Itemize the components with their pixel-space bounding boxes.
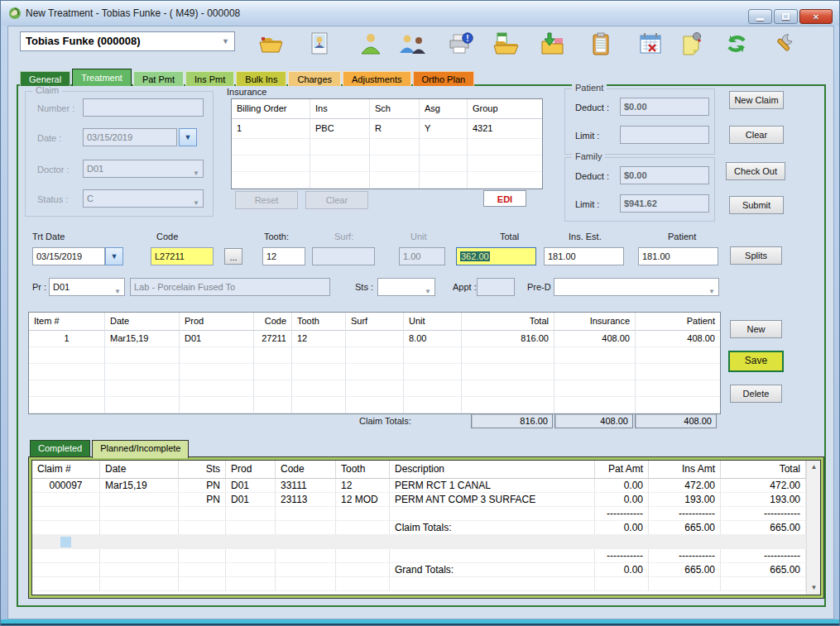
- cell: [462, 380, 554, 397]
- cell: [595, 577, 649, 591]
- tab-adjustments[interactable]: Adjustments: [343, 71, 411, 86]
- tooth-field[interactable]: 12: [262, 247, 305, 265]
- submit-button[interactable]: Submit: [729, 196, 784, 214]
- cell: 0.00: [595, 493, 649, 507]
- splits-button[interactable]: Splits: [730, 246, 782, 265]
- close-button[interactable]: ✕: [799, 9, 833, 24]
- sts-select[interactable]: ▼: [377, 278, 435, 296]
- scroll-up-icon[interactable]: ▲: [807, 461, 821, 474]
- tab-charges[interactable]: Charges: [288, 71, 341, 86]
- table-row[interactable]: ---------------------------------: [32, 507, 806, 521]
- cell: [721, 577, 806, 591]
- header-cell: Code: [276, 461, 336, 479]
- table-row[interactable]: [29, 364, 720, 380]
- claim-doctor-select: D01▼: [83, 160, 204, 178]
- table-row[interactable]: [232, 139, 542, 155]
- cell: [370, 172, 420, 189]
- table-row[interactable]: [32, 577, 806, 591]
- history-scrollbar[interactable]: ▲ ▼: [806, 461, 820, 595]
- cell: 0.00: [595, 479, 649, 493]
- claim-totals-label: Claim Totals:: [359, 416, 411, 426]
- tools-icon[interactable]: [768, 31, 799, 58]
- total-field[interactable]: 362.00: [456, 247, 536, 265]
- tab-planned-incomplete[interactable]: Planned/Incomplete: [92, 440, 189, 458]
- cell: [554, 347, 636, 364]
- window-title: New Treatment - Tobias Funke - ( M49) - …: [26, 7, 240, 19]
- save-button[interactable]: Save: [728, 351, 784, 372]
- family-icon[interactable]: [397, 31, 429, 58]
- cell: [276, 521, 336, 535]
- new-button[interactable]: New: [730, 320, 782, 338]
- table-row[interactable]: [232, 172, 542, 189]
- patient-photo-icon[interactable]: [305, 31, 336, 58]
- trt-date-dropdown-button[interactable]: ▼: [105, 247, 123, 265]
- code-field[interactable]: L27211: [151, 247, 214, 265]
- claim-date-field: 03/15/2019: [83, 128, 177, 146]
- table-row[interactable]: ---------------------------------: [32, 549, 806, 563]
- tab-treatment[interactable]: Treatment: [72, 69, 132, 86]
- tab-bulk-ins[interactable]: Bulk Ins: [236, 71, 286, 86]
- scroll-down-icon[interactable]: ▼: [807, 581, 821, 595]
- tab-general[interactable]: General: [20, 71, 70, 86]
- check-out-button[interactable]: Check Out: [726, 162, 785, 180]
- pre-d-select[interactable]: ▼: [554, 278, 719, 296]
- restore-button[interactable]: [774, 9, 798, 24]
- delete-button[interactable]: Delete: [730, 385, 782, 403]
- ins-est-field[interactable]: 181.00: [544, 247, 624, 265]
- table-row[interactable]: Grand Totals:0.00665.00665.00: [32, 563, 806, 577]
- patient-selector[interactable]: Tobias Funke (000008) ▼: [20, 31, 235, 51]
- tab-pat-pmt[interactable]: Pat Pmt: [133, 71, 184, 86]
- table-row[interactable]: 1Mar15,19D0127211128.00816.00408.00408.0…: [29, 331, 720, 347]
- table-row[interactable]: [29, 397, 720, 413]
- refresh-icon[interactable]: [722, 31, 753, 58]
- tab-ins-pmt[interactable]: Ins Pmt: [185, 71, 234, 86]
- chevron-down-icon: ▼: [708, 284, 715, 296]
- folder-import-icon[interactable]: [538, 31, 569, 58]
- table-row[interactable]: [232, 155, 542, 172]
- header-cell: Group: [468, 99, 542, 119]
- tab-completed[interactable]: Completed: [30, 440, 90, 456]
- header-cell: Item #: [29, 313, 105, 331]
- new-claim-button[interactable]: New Claim: [729, 91, 784, 109]
- procedure-description-field: Lab - Porcelain Fused To: [130, 278, 330, 296]
- calendar-icon[interactable]: [636, 31, 667, 58]
- folder-txt-icon[interactable]: [492, 31, 523, 58]
- table-row[interactable]: 1PBCRY4321: [232, 119, 542, 139]
- sts-label: Sts :: [355, 282, 373, 292]
- cell: [179, 521, 226, 535]
- cell: [310, 139, 370, 155]
- claim-date-dropdown-button[interactable]: ▼: [179, 128, 197, 146]
- app-window: New Treatment - Tobias Funke - ( M49) - …: [0, 0, 840, 626]
- cell: 408.00: [554, 331, 636, 347]
- cell: [100, 563, 179, 577]
- code-browse-button[interactable]: ...: [224, 248, 242, 265]
- entry-patient-field[interactable]: 181.00: [638, 247, 718, 265]
- edi-button[interactable]: EDI: [483, 190, 526, 207]
- table-row[interactable]: 000097Mar15,19PND013311112PERM RCT 1 CAN…: [32, 479, 806, 493]
- claim-number-field: [83, 98, 204, 117]
- open-folder-icon[interactable]: [257, 31, 288, 58]
- table-row[interactable]: [32, 535, 806, 549]
- insurance-clear-button[interactable]: Clear: [305, 191, 368, 209]
- table-row[interactable]: PND012311312 MODPERM ANT COMP 3 SURFACE0…: [32, 493, 806, 507]
- print-icon[interactable]: !: [445, 31, 477, 58]
- chevron-down-icon: ▼: [222, 32, 229, 50]
- trt-date-field[interactable]: 03/15/2019: [32, 247, 105, 265]
- minimize-button[interactable]: [748, 9, 772, 24]
- cell: [636, 380, 720, 397]
- table-row[interactable]: Claim Totals:0.00665.00665.00: [32, 521, 806, 535]
- restore-icon: [782, 13, 790, 20]
- clear-button[interactable]: Clear: [729, 126, 784, 144]
- cell: [32, 493, 100, 507]
- table-row[interactable]: [29, 347, 720, 364]
- tab-ortho-plan[interactable]: Ortho Plan: [413, 71, 475, 86]
- clipboard-icon[interactable]: [586, 31, 617, 58]
- reset-button[interactable]: Reset: [235, 191, 298, 209]
- pr-select[interactable]: D01▼: [49, 278, 125, 296]
- table-row[interactable]: [29, 380, 720, 397]
- note-icon[interactable]: [677, 31, 708, 58]
- cell: [254, 380, 292, 397]
- cell: [100, 577, 179, 591]
- patient-icon[interactable]: [356, 31, 387, 58]
- cell: -----------: [721, 507, 806, 521]
